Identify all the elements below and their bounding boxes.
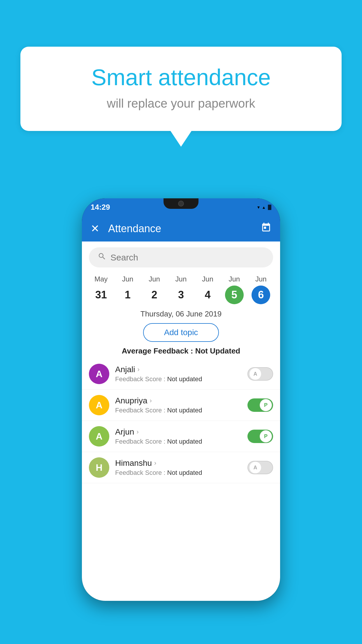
close-button[interactable]: ✕ (91, 223, 99, 235)
cal-date-number[interactable]: 4 (198, 286, 217, 304)
attendance-toggle[interactable]: P (247, 398, 273, 412)
camera-dot (178, 201, 184, 206)
avatar: H (89, 457, 109, 478)
search-icon (98, 252, 106, 263)
cal-date-number[interactable]: 2 (145, 286, 164, 304)
cal-month-label: Jun (255, 275, 267, 283)
attendance-toggle[interactable]: A (247, 461, 273, 474)
student-name: Anupriya › (115, 396, 242, 405)
cal-date-number[interactable]: 3 (172, 286, 190, 304)
avatar: A (89, 364, 109, 384)
cal-month-label: Jun (122, 275, 133, 283)
calendar-day[interactable]: Jun2 (145, 275, 164, 304)
student-feedback: Feedback Score : Not updated (115, 438, 242, 445)
calendar-day[interactable]: Jun6 (252, 275, 270, 304)
chevron-icon: › (150, 397, 152, 405)
speech-bubble: Smart attendance will replace your paper… (20, 47, 342, 131)
student-info: Himanshu ›Feedback Score : Not updated (115, 459, 242, 477)
cal-date-number[interactable]: 5 (225, 286, 244, 304)
cal-date-number[interactable]: 6 (252, 286, 270, 304)
calendar-day[interactable]: Jun1 (118, 275, 137, 304)
chevron-icon: › (137, 366, 139, 373)
signal-icon: ▴ (263, 204, 265, 210)
student-info: Anupriya ›Feedback Score : Not updated (115, 396, 242, 414)
student-name: Himanshu › (115, 459, 242, 468)
attendance-toggle[interactable]: A (247, 367, 273, 381)
phone-notch (164, 198, 198, 209)
speech-bubble-arrow (171, 131, 191, 147)
attendance-toggle-container[interactable]: A (247, 367, 273, 381)
student-feedback: Feedback Score : Not updated (115, 407, 242, 414)
phone-device: 14:29 ▾ ▴ ▓ ✕ Attendance (82, 198, 280, 601)
speech-bubble-subtitle: will replace your paperwork (44, 97, 318, 111)
search-bar[interactable] (89, 247, 273, 267)
student-info: Anjali ›Feedback Score : Not updated (115, 365, 242, 383)
student-name: Anjali › (115, 365, 242, 374)
avg-feedback-label: Average Feedback : (122, 346, 195, 355)
add-topic-button[interactable]: Add topic (143, 323, 219, 342)
avatar: A (89, 426, 109, 447)
student-feedback: Feedback Score : Not updated (115, 375, 242, 383)
calendar-day[interactable]: May31 (92, 275, 110, 304)
attendance-toggle-container[interactable]: P (247, 430, 273, 443)
toggle-knob: P (260, 399, 272, 411)
student-feedback: Feedback Score : Not updated (115, 469, 242, 477)
avg-feedback: Average Feedback : Not Updated (82, 346, 280, 356)
student-item[interactable]: AAnjali ›Feedback Score : Not updatedA (82, 358, 280, 390)
student-name: Arjun › (115, 427, 242, 437)
calendar-strip: May31Jun1Jun2Jun3Jun4Jun5Jun6 (82, 272, 280, 304)
student-list: AAnjali ›Feedback Score : Not updatedAAA… (82, 358, 280, 483)
cal-month-label: May (94, 275, 108, 283)
cal-month-label: Jun (149, 275, 160, 283)
calendar-day[interactable]: Jun5 (225, 275, 244, 304)
calendar-day[interactable]: Jun3 (172, 275, 190, 304)
speech-bubble-title: Smart attendance (44, 64, 318, 91)
attendance-toggle[interactable]: P (247, 430, 273, 443)
cal-month-label: Jun (202, 275, 213, 283)
search-input[interactable] (110, 253, 264, 262)
student-item[interactable]: AArjun ›Feedback Score : Not updatedP (82, 421, 280, 452)
calendar-icon[interactable] (261, 222, 271, 235)
screen-content: May31Jun1Jun2Jun3Jun4Jun5Jun6 Thursday, … (82, 242, 280, 601)
student-item[interactable]: AAnupriya ›Feedback Score : Not updatedP (82, 390, 280, 421)
attendance-toggle-container[interactable]: A (247, 461, 273, 474)
cal-date-number[interactable]: 1 (118, 286, 137, 304)
battery-icon: ▓ (268, 204, 271, 210)
avg-feedback-value: Not Updated (195, 346, 240, 355)
selected-date: Thursday, 06 June 2019 (82, 309, 280, 318)
student-info: Arjun ›Feedback Score : Not updated (115, 427, 242, 445)
app-bar-title: Attendance (108, 223, 261, 235)
phone-wrapper: 14:29 ▾ ▴ ▓ ✕ Attendance (23, 198, 339, 644)
cal-date-number[interactable]: 31 (92, 286, 110, 304)
chevron-icon: › (136, 428, 138, 436)
toggle-knob: P (260, 430, 272, 442)
attendance-toggle-container[interactable]: P (247, 398, 273, 412)
cal-month-label: Jun (229, 275, 240, 283)
student-item[interactable]: HHimanshu ›Feedback Score : Not updatedA (82, 452, 280, 483)
calendar-day[interactable]: Jun4 (198, 275, 217, 304)
speech-bubble-section: Smart attendance will replace your paper… (20, 47, 342, 147)
status-time: 14:29 (91, 203, 110, 212)
avatar: A (89, 395, 109, 415)
app-bar: ✕ Attendance (82, 216, 280, 242)
wifi-icon: ▾ (257, 204, 260, 210)
status-icons: ▾ ▴ ▓ (257, 204, 271, 210)
toggle-knob: A (249, 461, 261, 474)
chevron-icon: › (154, 459, 156, 467)
cal-month-label: Jun (175, 275, 187, 283)
toggle-knob: A (249, 368, 261, 380)
